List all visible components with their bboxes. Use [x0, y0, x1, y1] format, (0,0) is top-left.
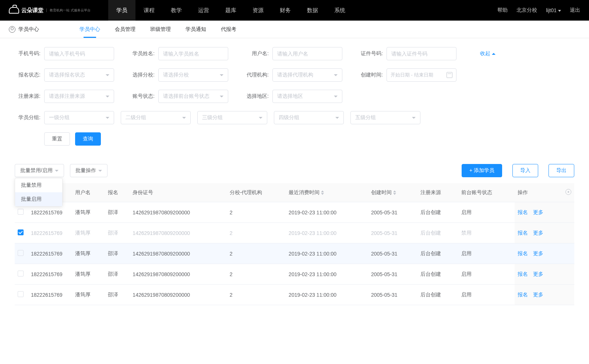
- sort-icon[interactable]: [393, 190, 396, 195]
- nav-item-6[interactable]: 财务: [272, 0, 299, 21]
- col-header-2: 用户名: [72, 183, 105, 202]
- import-button[interactable]: 导入: [512, 164, 538, 177]
- table-row: 18222615769潘筠厚邵泽142629198708092000002201…: [15, 202, 574, 223]
- sub-nav-item-2[interactable]: 班级管理: [150, 22, 171, 37]
- breadcrumb: 学员中心: [9, 26, 39, 33]
- enroll-action[interactable]: 报名: [518, 250, 528, 256]
- reg-source-select[interactable]: 请选择注册来源: [44, 90, 114, 103]
- cloud-logo-icon: [9, 7, 19, 14]
- col-header-10: 操作: [515, 183, 562, 202]
- batch-toggle-dropdown[interactable]: 批量禁用/启用: [15, 164, 64, 177]
- breadcrumb-text: 学员中心: [18, 26, 39, 33]
- cell-enroll: 邵泽: [105, 223, 130, 243]
- more-action[interactable]: 更多: [533, 292, 543, 297]
- row-checkbox[interactable]: [18, 250, 24, 256]
- cell-source: 后台创建: [417, 202, 458, 223]
- row-checkbox[interactable]: [18, 271, 24, 276]
- enroll-status-select[interactable]: 请选择报名状态: [44, 68, 114, 82]
- nav-item-8[interactable]: 系统: [326, 0, 353, 21]
- add-student-button[interactable]: + 添加学员: [462, 164, 502, 177]
- gear-icon[interactable]: [565, 189, 571, 195]
- table-wrap: 用户名报名身份证号分校-代理机构最近消费时间创建时间注册来源前台账号状态操作 1…: [0, 183, 589, 305]
- sort-icon[interactable]: [321, 190, 324, 195]
- cell-phone: 18222615769: [28, 264, 72, 285]
- agency-select[interactable]: 请选择代理机构: [272, 68, 342, 82]
- col-header-9: 前台账号状态: [458, 183, 515, 202]
- cell-username: 潘筠厚: [72, 285, 105, 305]
- group-selects: 一级分组二级分组三级分组四级分组五级分组: [44, 111, 574, 124]
- chevron-down-icon: [106, 117, 109, 119]
- more-action[interactable]: 更多: [533, 271, 543, 277]
- cell-last-consume: 2019-02-23 11:00:00: [286, 285, 368, 305]
- enroll-action[interactable]: 报名: [518, 271, 528, 277]
- batch-disable-item[interactable]: 批量禁用: [15, 178, 62, 192]
- logout-link[interactable]: 退出: [570, 7, 580, 14]
- filter-create-time: 创建时间: 开始日期 - 结束日期: [357, 68, 456, 82]
- sub-nav-item-0[interactable]: 学员中心: [80, 22, 100, 37]
- filter-account-status: 账号状态: 请选择前台账号状态: [129, 90, 228, 103]
- cell-create-time: 2005-05-31: [368, 202, 417, 223]
- nav-item-3[interactable]: 运营: [190, 0, 217, 21]
- region-select[interactable]: 请选择地区: [272, 90, 342, 103]
- branch-select[interactable]: 请选择分校: [158, 68, 228, 82]
- row-checkbox[interactable]: [18, 291, 24, 297]
- sub-nav-items: 学员中心会员管理班级管理学员通知代报考: [80, 22, 236, 37]
- cell-idcard: 14262919870809200000: [130, 223, 226, 243]
- group-level-4-select[interactable]: 四级分组: [274, 111, 344, 124]
- reset-button[interactable]: 重置: [44, 132, 70, 146]
- branch-link[interactable]: 北京分校: [516, 7, 537, 14]
- chevron-down-icon: [412, 117, 416, 119]
- cell-idcard: 14262919870809200000: [130, 264, 226, 285]
- sub-nav-item-1[interactable]: 会员管理: [115, 22, 135, 37]
- user-menu[interactable]: lijt01: [546, 7, 561, 13]
- batch-enable-item[interactable]: 批量启用: [15, 192, 62, 206]
- collapse-toggle[interactable]: 收起: [480, 50, 495, 57]
- filter-phone: 手机号码:: [15, 47, 114, 60]
- nav-item-5[interactable]: 资源: [244, 0, 272, 21]
- group-level-5-select[interactable]: 五级分组: [350, 111, 420, 124]
- chevron-down-icon: [259, 117, 262, 119]
- filter-agency: 代理机构: 请选择代理机构: [243, 68, 342, 82]
- table-row: 18222615769潘筠厚邵泽142629198708092000002201…: [15, 264, 574, 285]
- cell-username: 潘筠厚: [72, 243, 105, 264]
- batch-ops-dropdown[interactable]: 批量操作: [70, 164, 107, 177]
- cell-status: 启用: [458, 285, 515, 305]
- help-link[interactable]: 帮助: [497, 7, 508, 14]
- username-input[interactable]: [272, 47, 342, 60]
- enroll-action[interactable]: 报名: [518, 209, 528, 215]
- enroll-action[interactable]: 报名: [518, 292, 528, 297]
- cell-last-consume: 2019-02-23 11:00:00: [286, 243, 368, 264]
- col-header-8: 注册来源: [417, 183, 458, 202]
- sub-nav-item-3[interactable]: 学员通知: [186, 22, 206, 37]
- nav-item-7[interactable]: 数据: [299, 0, 326, 21]
- date-range-picker[interactable]: 开始日期 - 结束日期: [387, 68, 456, 82]
- chevron-down-icon: [334, 74, 338, 76]
- nav-item-1[interactable]: 课程: [135, 0, 163, 21]
- enroll-action[interactable]: 报名: [518, 230, 528, 236]
- row-checkbox[interactable]: [18, 229, 24, 235]
- row-checkbox[interactable]: [18, 209, 24, 215]
- nav-item-0[interactable]: 学员: [108, 0, 135, 21]
- logo-title: 云朵课堂: [21, 7, 43, 14]
- export-button[interactable]: 导出: [549, 164, 574, 177]
- user-icon: [9, 26, 15, 33]
- search-button[interactable]: 查询: [75, 132, 101, 146]
- nav-item-2[interactable]: 教学: [163, 0, 190, 21]
- phone-input[interactable]: [44, 47, 114, 60]
- group-level-1-select[interactable]: 一级分组: [44, 111, 114, 124]
- more-action[interactable]: 更多: [533, 250, 543, 256]
- nav-item-4[interactable]: 题库: [217, 0, 244, 21]
- group-level-2-select[interactable]: 二级分组: [121, 111, 191, 124]
- more-action[interactable]: 更多: [533, 209, 543, 215]
- name-input[interactable]: [158, 47, 228, 60]
- cell-enroll: 邵泽: [105, 264, 130, 285]
- group-level-3-select[interactable]: 三级分组: [197, 111, 267, 124]
- more-action[interactable]: 更多: [533, 230, 543, 236]
- cell-last-consume: 2019-02-23 11:00:00: [286, 223, 368, 243]
- account-status-select[interactable]: 请选择前台账号状态: [158, 90, 228, 103]
- cell-enroll: 邵泽: [105, 202, 130, 223]
- sub-nav-item-4[interactable]: 代报考: [221, 22, 236, 37]
- idcard-input[interactable]: [387, 47, 456, 60]
- cell-source: 后台创建: [417, 223, 458, 243]
- chevron-up-icon: [492, 53, 495, 55]
